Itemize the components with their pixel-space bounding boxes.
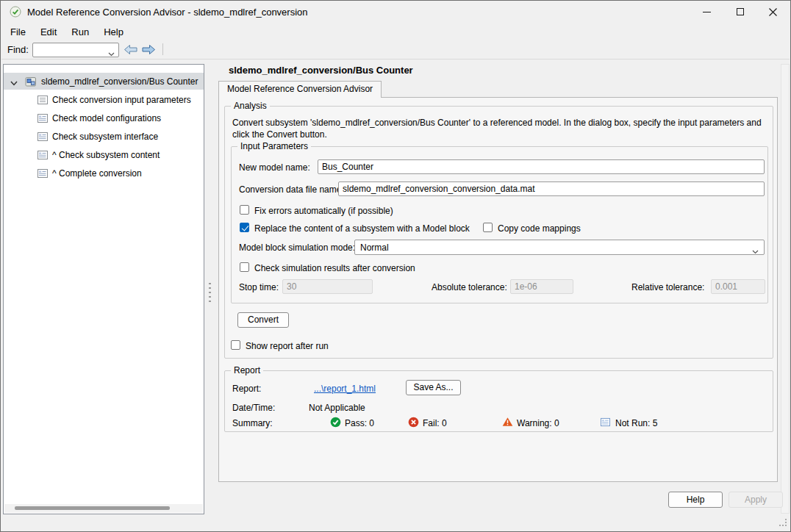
find-next-icon — [141, 44, 156, 55]
toolbar-separator — [162, 43, 163, 55]
page-title: sldemo_mdlref_conversion/Bus Counter — [229, 65, 413, 76]
maximize-button[interactable] — [723, 1, 756, 23]
tree-item-label: ^ Check subsystem content — [52, 150, 160, 160]
tree-item-label: Check conversion input parameters — [52, 95, 191, 105]
new-model-name-label: New model name: — [239, 162, 310, 173]
find-next-button[interactable] — [140, 43, 157, 57]
show-report-label: Show report after run — [246, 341, 329, 351]
report-link[interactable]: ...\report_1.html — [314, 384, 376, 394]
datetime-label: Date/Time: — [232, 403, 275, 413]
new-model-name-field[interactable] — [318, 159, 765, 174]
menu-help[interactable]: Help — [101, 26, 126, 38]
close-icon — [769, 8, 777, 16]
menu-run[interactable]: Run — [69, 26, 91, 38]
summary-pass: Pass: 0 — [345, 418, 374, 428]
input-parameters-group: Input Parameters New model name: Convers… — [231, 146, 768, 303]
tree-item-label: sldemo_mdlref_conversion/Bus Counter — [41, 76, 198, 87]
find-previous-icon — [124, 44, 138, 55]
report-legend: Report — [231, 365, 263, 375]
check-item-icon — [37, 113, 49, 123]
tab-model-reference-conversion-advisor[interactable]: Model Reference Conversion Advisor — [218, 81, 382, 98]
replace-content-label: Replace the content of a subsystem with … — [254, 223, 470, 234]
relative-tolerance-label: Relative tolerance: — [631, 282, 704, 292]
fix-errors-checkbox[interactable] — [240, 205, 249, 215]
datetime-value: Not Applicable — [309, 403, 365, 413]
pass-icon — [330, 417, 341, 428]
sim-mode-select[interactable]: Normal — [354, 240, 765, 255]
window-controls — [690, 1, 790, 23]
absolute-tolerance-label: Absolute tolerance: — [432, 282, 507, 292]
resize-grip[interactable] — [779, 519, 788, 528]
chevron-down-icon[interactable] — [10, 78, 18, 88]
find-label: Find: — [7, 44, 29, 55]
app-window: Model Reference Conversion Advisor - sld… — [0, 0, 791, 532]
sim-mode-label: Model block simulation mode: — [239, 242, 355, 253]
report-label: Report: — [232, 384, 261, 394]
help-button[interactable]: Help — [668, 492, 723, 508]
menu-file[interactable]: File — [8, 26, 28, 38]
conversion-data-file-field[interactable] — [338, 181, 765, 196]
check-item-icon — [37, 95, 49, 105]
not-run-icon — [600, 417, 611, 428]
relative-tolerance-field — [711, 279, 765, 294]
absolute-tolerance-field — [510, 279, 573, 294]
panel-splitter[interactable] — [206, 64, 213, 514]
close-button[interactable] — [756, 1, 790, 23]
tree-item-root[interactable]: sldemo_mdlref_conversion/Bus Counter — [4, 73, 204, 90]
horizontal-scrollbar[interactable] — [4, 504, 203, 513]
find-combobox[interactable] — [32, 43, 119, 57]
app-check-icon — [10, 6, 21, 18]
fix-errors-label: Fix errors automatically (if possible) — [254, 206, 393, 216]
tree-item-check-subsystem-interface[interactable]: Check subsystem interface — [4, 128, 204, 145]
summary-not-run: Not Run: 5 — [615, 418, 657, 428]
copy-code-mappings-label: Copy code mappings — [498, 223, 581, 234]
vertical-scrollbar-track[interactable] — [781, 64, 790, 514]
summary-fail: Fail: 0 — [423, 418, 447, 428]
stop-time-field — [282, 279, 373, 294]
menu-bar: File Edit Run Help — [1, 24, 790, 40]
tree-item-check-model-configurations[interactable]: Check model configurations — [4, 109, 204, 126]
tree-item-label: Check model configurations — [52, 113, 161, 123]
warning-icon — [502, 417, 513, 428]
summary-warning: Warning: 0 — [517, 418, 559, 428]
stop-time-label: Stop time: — [239, 282, 279, 292]
title-bar: Model Reference Conversion Advisor - sld… — [1, 1, 790, 23]
minimize-icon — [703, 12, 711, 12]
summary-label: Summary: — [232, 418, 273, 428]
analysis-legend: Analysis — [231, 101, 270, 111]
tree-item-check-input-parameters[interactable]: Check conversion input parameters — [4, 91, 204, 108]
tree-item-label: ^ Complete conversion — [52, 168, 142, 179]
report-group: Report Report: ...\report_1.html Save As… — [224, 370, 773, 432]
show-report-checkbox[interactable] — [231, 340, 240, 350]
copy-code-mappings-checkbox[interactable] — [483, 223, 493, 232]
check-item-icon — [37, 168, 49, 179]
maximize-icon — [737, 8, 744, 15]
replace-content-checkbox[interactable] — [240, 223, 249, 232]
find-input[interactable] — [35, 44, 105, 56]
find-previous-button[interactable] — [123, 43, 139, 57]
check-item-icon — [37, 132, 49, 142]
fail-icon — [408, 417, 419, 428]
check-item-icon — [37, 150, 49, 160]
save-as-button[interactable]: Save As... — [406, 380, 461, 395]
apply-button: Apply — [729, 492, 783, 508]
window-title: Model Reference Conversion Advisor - sld… — [27, 7, 308, 18]
sim-mode-value: Normal — [360, 242, 389, 253]
chevron-down-icon — [752, 246, 759, 256]
tree-item-label: Check subsystem interface — [52, 132, 158, 142]
chevron-down-icon[interactable] — [108, 48, 115, 59]
check-sim-results-checkbox[interactable] — [240, 262, 249, 272]
conversion-data-file-label: Conversion data file name: — [239, 184, 344, 195]
check-sim-results-label: Check simulation results after conversio… — [254, 263, 415, 273]
scrollbar-thumb[interactable] — [15, 506, 170, 510]
model-reference-icon — [25, 76, 37, 87]
convert-button[interactable]: Convert — [237, 312, 289, 328]
advisor-tab-panel: Analysis Convert subsystem 'sldemo_mdlre… — [218, 97, 778, 482]
analysis-description: Convert subsystem 'sldemo_mdlref_convers… — [232, 117, 773, 140]
tree-item-complete-conversion[interactable]: ^ Complete conversion — [4, 165, 204, 181]
menu-edit[interactable]: Edit — [38, 26, 59, 38]
analysis-group: Analysis Convert subsystem 'sldemo_mdlre… — [224, 106, 773, 359]
minimize-button[interactable] — [690, 1, 723, 23]
tree-item-check-subsystem-content[interactable]: ^ Check subsystem content — [4, 146, 204, 163]
checks-tree-panel: sldemo_mdlref_conversion/Bus Counter Che… — [3, 64, 204, 514]
